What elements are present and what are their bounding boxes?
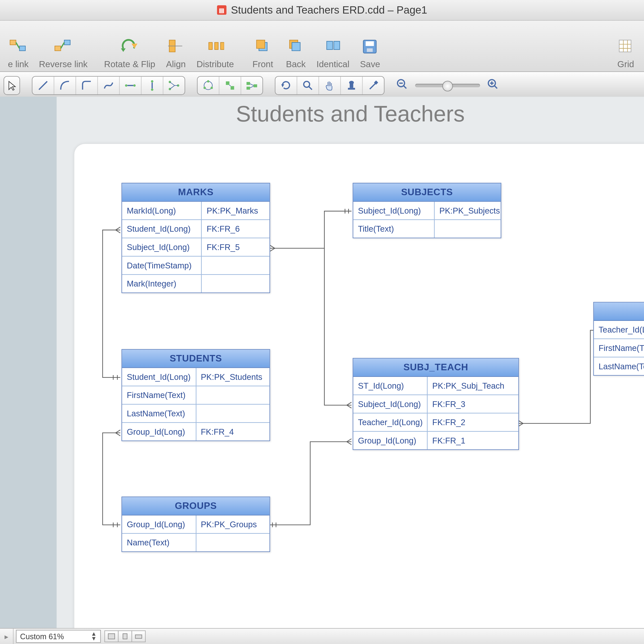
- front-label: Front: [253, 59, 273, 69]
- pan-tool[interactable]: [319, 77, 341, 94]
- table-subj-teach[interactable]: SUBJ_TEACH ST_Id(Long) Subject_Id(Long) …: [353, 358, 519, 450]
- identical-icon: [322, 35, 343, 57]
- save-button[interactable]: Save: [358, 35, 382, 69]
- table-cell: Name(Text): [122, 534, 195, 551]
- grid-button[interactable]: Grid: [613, 35, 638, 69]
- zoom-in-icon[interactable]: [487, 78, 499, 93]
- svg-rect-42: [226, 82, 229, 85]
- document-icon: ▤: [217, 5, 226, 15]
- save-label: Save: [360, 59, 380, 69]
- svg-line-5: [61, 43, 64, 48]
- svg-line-28: [39, 82, 47, 90]
- table-cell: Date(TimeStamp): [122, 257, 201, 275]
- table-subjects-header: SUBJECTS: [353, 183, 501, 202]
- rotate-icon: [119, 35, 140, 57]
- arc-tool[interactable]: [54, 77, 76, 94]
- elbow-tool[interactable]: [76, 77, 98, 94]
- reverse-link-button[interactable]: Reverse link: [39, 35, 88, 69]
- table-cell: FK:FR_1: [428, 432, 518, 449]
- table-cell: [202, 275, 270, 292]
- table-subjects[interactable]: SUBJECTS Subject_Id(Long) Title(Text) PK…: [353, 183, 501, 238]
- svg-line-52: [309, 87, 312, 90]
- table-students-header: STUDENTS: [122, 350, 269, 368]
- eyedropper-tool[interactable]: [363, 77, 384, 94]
- pointer-tool[interactable]: [4, 77, 19, 94]
- view-mode-3[interactable]: [132, 630, 146, 642]
- table-groups[interactable]: GROUPS Group_Id(Long) Name(Text) PK:PK_G…: [122, 497, 270, 552]
- diagram-title: Students and Teachers: [57, 101, 644, 127]
- svg-rect-46: [247, 87, 250, 90]
- svg-rect-21: [367, 48, 373, 52]
- table-cell: ST_Id(Long): [353, 377, 427, 395]
- table-cell: Group_Id(Long): [353, 432, 427, 449]
- table-marks[interactable]: MARKS MarkId(Long) Student_Id(Long) Subj…: [122, 183, 270, 293]
- zoom-slider-thumb[interactable]: [442, 81, 453, 91]
- auto-layout-1[interactable]: [197, 77, 219, 94]
- multi-connect-tool[interactable]: [163, 77, 184, 94]
- svg-point-55: [349, 81, 354, 84]
- table-cell: FK:FR_6: [202, 220, 270, 238]
- svg-line-44: [229, 85, 231, 86]
- link-label: e link: [8, 59, 29, 69]
- zoom-level-select[interactable]: Custom 61% ▲▼: [16, 630, 101, 643]
- svg-rect-20: [366, 41, 374, 46]
- page: Students and Teachers: [57, 97, 644, 629]
- view-palette: [275, 76, 384, 95]
- hconnect-tool[interactable]: [120, 77, 142, 94]
- table-cell: Subject_Id(Long): [353, 202, 434, 220]
- reverse-link-icon: [53, 35, 74, 57]
- table-cell: [196, 534, 269, 551]
- link-icon: [8, 35, 29, 57]
- svg-point-51: [304, 82, 309, 87]
- table-cell: Student_Id(Long): [122, 368, 195, 386]
- table-teachers-header: T: [594, 303, 644, 321]
- app-window: ▤ Students and Teachers ERD.cdd – Page1 …: [0, 0, 644, 644]
- zoom-out-icon[interactable]: [396, 78, 408, 93]
- identical-label: Identical: [316, 59, 349, 69]
- table-cell: [196, 405, 269, 423]
- auto-layout-2[interactable]: [219, 77, 241, 94]
- table-marks-header: MARKS: [122, 183, 269, 202]
- stamp-tool[interactable]: [341, 77, 363, 94]
- zoom-tool[interactable]: [297, 77, 319, 94]
- svg-point-33: [151, 89, 153, 91]
- table-cell: PK:PK_Marks: [202, 202, 270, 220]
- table-cell: [196, 386, 269, 405]
- stepper-icon[interactable]: ▲▼: [91, 632, 97, 641]
- statusbar-nav[interactable]: ▸: [0, 629, 14, 644]
- table-teachers[interactable]: T Teacher_Id(L FirstName(Te LastName(Te: [593, 302, 644, 376]
- zoom-controls: [396, 78, 499, 93]
- table-students[interactable]: STUDENTS Student_Id(Long) FirstName(Text…: [122, 349, 270, 441]
- align-button[interactable]: Align: [164, 35, 188, 69]
- identical-button[interactable]: Identical: [316, 35, 349, 69]
- svg-rect-1: [19, 46, 25, 51]
- table-groups-header: GROUPS: [122, 497, 269, 515]
- svg-rect-47: [254, 84, 257, 87]
- link-button[interactable]: e link: [6, 35, 30, 69]
- align-icon: [165, 35, 186, 57]
- view-mode-2[interactable]: [118, 630, 132, 642]
- spline-tool[interactable]: [98, 77, 120, 94]
- view-mode-1[interactable]: [104, 630, 118, 642]
- table-cell: Mark(Integer): [122, 275, 201, 292]
- distribute-button[interactable]: Distribute: [196, 35, 234, 69]
- svg-point-30: [133, 84, 136, 87]
- svg-rect-12: [221, 43, 224, 50]
- svg-rect-3: [55, 46, 61, 51]
- auto-layout-3[interactable]: [241, 77, 262, 94]
- zoom-slider[interactable]: [415, 84, 480, 87]
- front-button[interactable]: Front: [250, 35, 275, 69]
- table-cell: Title(Text): [353, 220, 434, 237]
- main-toolbar: e link Reverse link Rotate & Flip: [0, 21, 644, 72]
- table-cell: LastName(Te: [594, 357, 644, 375]
- canvas-margin: [0, 97, 57, 629]
- line-tool[interactable]: [32, 77, 54, 94]
- layout-palette: [197, 76, 263, 95]
- canvas[interactable]: Students and Teachers: [0, 97, 644, 629]
- vconnect-tool[interactable]: [142, 77, 164, 94]
- refresh-tool[interactable]: [275, 77, 297, 94]
- svg-line-48: [250, 84, 254, 86]
- back-button[interactable]: Back: [284, 35, 308, 69]
- rotate-flip-button[interactable]: Rotate & Flip: [104, 35, 155, 69]
- svg-marker-50: [281, 84, 284, 87]
